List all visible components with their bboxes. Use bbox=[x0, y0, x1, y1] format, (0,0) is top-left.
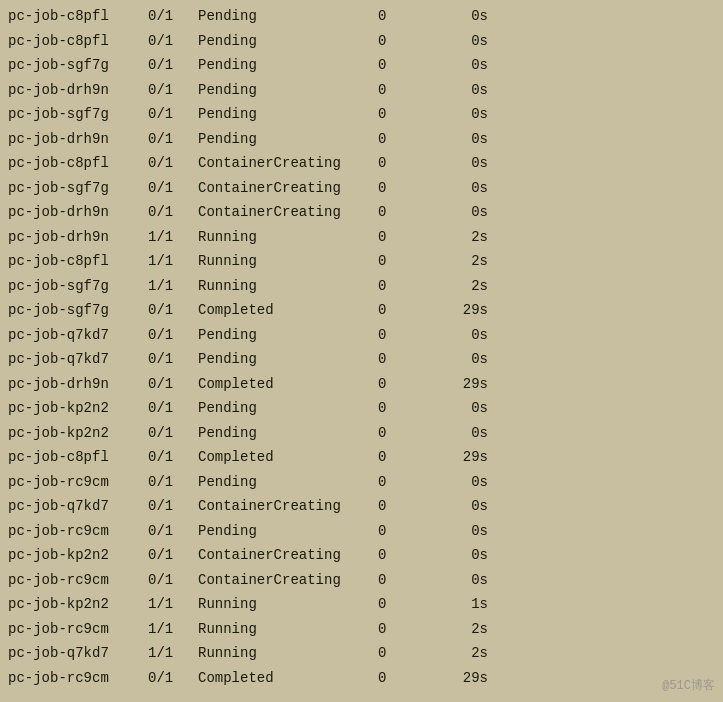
pod-age: 0s bbox=[428, 519, 488, 544]
pod-ready: 0/1 bbox=[148, 372, 198, 397]
pod-name: pc-job-kp2n2 bbox=[8, 543, 148, 568]
pod-age: 29s bbox=[428, 298, 488, 323]
pod-ready: 0/1 bbox=[148, 323, 198, 348]
pod-restarts: 0 bbox=[378, 102, 428, 127]
pod-age: 0s bbox=[428, 396, 488, 421]
pod-ready: 0/1 bbox=[148, 78, 198, 103]
table-row: pc-job-drh9n 0/1 Completed 0 29s bbox=[8, 372, 715, 397]
pod-status: Pending bbox=[198, 470, 378, 495]
pod-status: Running bbox=[198, 225, 378, 250]
pod-ready: 0/1 bbox=[148, 102, 198, 127]
pod-age: 0s bbox=[428, 494, 488, 519]
pod-name: pc-job-rc9cm bbox=[8, 617, 148, 642]
table-row: pc-job-drh9n 0/1 ContainerCreating 0 0s bbox=[8, 200, 715, 225]
pod-restarts: 0 bbox=[378, 347, 428, 372]
pod-status: Completed bbox=[198, 372, 378, 397]
pod-ready: 0/1 bbox=[148, 470, 198, 495]
table-row: pc-job-drh9n 1/1 Running 0 2s bbox=[8, 225, 715, 250]
table-row: pc-job-drh9n 0/1 Pending 0 0s bbox=[8, 127, 715, 152]
pod-ready: 0/1 bbox=[148, 543, 198, 568]
pod-age: 2s bbox=[428, 249, 488, 274]
table-row: pc-job-sgf7g 1/1 Running 0 2s bbox=[8, 274, 715, 299]
pod-status: Pending bbox=[198, 29, 378, 54]
pod-name: pc-job-sgf7g bbox=[8, 176, 148, 201]
pod-age: 0s bbox=[428, 151, 488, 176]
pod-age: 0s bbox=[428, 200, 488, 225]
pod-status: Completed bbox=[198, 445, 378, 470]
pod-restarts: 0 bbox=[378, 568, 428, 593]
pod-name: pc-job-drh9n bbox=[8, 200, 148, 225]
table-row: pc-job-rc9cm 0/1 Pending 0 0s bbox=[8, 470, 715, 495]
pod-ready: 1/1 bbox=[148, 641, 198, 666]
table-row: pc-job-q7kd7 0/1 Pending 0 0s bbox=[8, 323, 715, 348]
pod-age: 0s bbox=[428, 323, 488, 348]
pod-name: pc-job-c8pfl bbox=[8, 151, 148, 176]
pod-status: Running bbox=[198, 641, 378, 666]
pod-restarts: 0 bbox=[378, 323, 428, 348]
pod-age: 29s bbox=[428, 372, 488, 397]
watermark: @51C博客 bbox=[662, 677, 715, 694]
pod-name: pc-job-c8pfl bbox=[8, 4, 148, 29]
table-row: pc-job-c8pfl 0/1 ContainerCreating 0 0s bbox=[8, 151, 715, 176]
pod-status: Pending bbox=[198, 78, 378, 103]
pod-status: Pending bbox=[198, 421, 378, 446]
pod-name: pc-job-sgf7g bbox=[8, 102, 148, 127]
pod-age: 0s bbox=[428, 53, 488, 78]
pod-age: 0s bbox=[428, 347, 488, 372]
pod-status: ContainerCreating bbox=[198, 200, 378, 225]
pod-status: ContainerCreating bbox=[198, 176, 378, 201]
pod-name: pc-job-rc9cm bbox=[8, 666, 148, 691]
table-row: pc-job-q7kd7 0/1 Pending 0 0s bbox=[8, 347, 715, 372]
pod-name: pc-job-sgf7g bbox=[8, 53, 148, 78]
pod-name: pc-job-kp2n2 bbox=[8, 396, 148, 421]
pod-name: pc-job-q7kd7 bbox=[8, 494, 148, 519]
table-row: pc-job-q7kd7 1/1 Running 0 2s bbox=[8, 641, 715, 666]
pod-restarts: 0 bbox=[378, 470, 428, 495]
terminal-output: pc-job-c8pfl 0/1 Pending 0 0s pc-job-c8p… bbox=[0, 0, 723, 702]
pod-age: 1s bbox=[428, 592, 488, 617]
table-row: pc-job-rc9cm 1/1 Running 0 2s bbox=[8, 617, 715, 642]
pod-age: 29s bbox=[428, 666, 488, 691]
pod-name: pc-job-q7kd7 bbox=[8, 323, 148, 348]
pod-restarts: 0 bbox=[378, 543, 428, 568]
pod-age: 0s bbox=[428, 127, 488, 152]
pod-age: 2s bbox=[428, 225, 488, 250]
table-row: pc-job-rc9cm 0/1 Completed 0 29s bbox=[8, 666, 715, 691]
pod-ready: 0/1 bbox=[148, 347, 198, 372]
table-row: pc-job-q7kd7 0/1 ContainerCreating 0 0s bbox=[8, 494, 715, 519]
pod-status: Running bbox=[198, 592, 378, 617]
pod-restarts: 0 bbox=[378, 592, 428, 617]
pod-status: Running bbox=[198, 617, 378, 642]
pod-status: Running bbox=[198, 274, 378, 299]
pod-restarts: 0 bbox=[378, 494, 428, 519]
pod-name: pc-job-sgf7g bbox=[8, 274, 148, 299]
table-row: pc-job-kp2n2 1/1 Running 0 1s bbox=[8, 592, 715, 617]
pod-restarts: 0 bbox=[378, 666, 428, 691]
pod-name: pc-job-drh9n bbox=[8, 225, 148, 250]
table-row: pc-job-c8pfl 0/1 Pending 0 0s bbox=[8, 4, 715, 29]
pod-ready: 0/1 bbox=[148, 494, 198, 519]
pod-restarts: 0 bbox=[378, 445, 428, 470]
pod-ready: 0/1 bbox=[148, 200, 198, 225]
pod-restarts: 0 bbox=[378, 225, 428, 250]
pod-ready: 1/1 bbox=[148, 249, 198, 274]
pod-restarts: 0 bbox=[378, 298, 428, 323]
pod-restarts: 0 bbox=[378, 176, 428, 201]
table-row: pc-job-sgf7g 0/1 Completed 0 29s bbox=[8, 298, 715, 323]
pod-status: Completed bbox=[198, 298, 378, 323]
pod-age: 2s bbox=[428, 641, 488, 666]
pod-name: pc-job-c8pfl bbox=[8, 445, 148, 470]
pod-restarts: 0 bbox=[378, 274, 428, 299]
table-row: pc-job-kp2n2 0/1 Pending 0 0s bbox=[8, 421, 715, 446]
pod-age: 0s bbox=[428, 4, 488, 29]
pod-restarts: 0 bbox=[378, 617, 428, 642]
pod-status: Pending bbox=[198, 127, 378, 152]
pod-name: pc-job-sgf7g bbox=[8, 298, 148, 323]
pod-ready: 0/1 bbox=[148, 421, 198, 446]
pod-status: Pending bbox=[198, 4, 378, 29]
pod-restarts: 0 bbox=[378, 78, 428, 103]
table-row: pc-job-kp2n2 0/1 ContainerCreating 0 0s bbox=[8, 543, 715, 568]
pod-restarts: 0 bbox=[378, 519, 428, 544]
pod-ready: 0/1 bbox=[148, 298, 198, 323]
pod-age: 29s bbox=[428, 445, 488, 470]
